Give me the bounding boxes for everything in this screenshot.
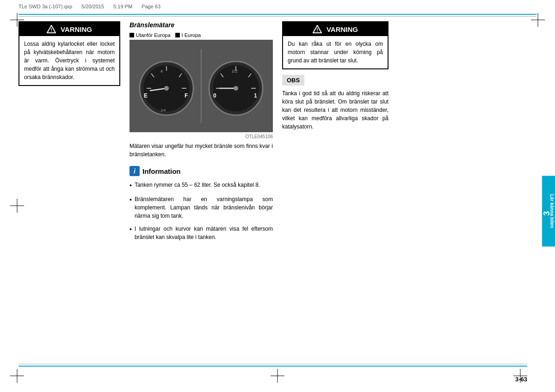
svg-text:!: ! xyxy=(316,27,318,33)
svg-text:4: 4 xyxy=(160,69,163,74)
meter-description: Mätaren visar ungefär hur mycket bränsle… xyxy=(130,142,273,159)
reg-mark-top-left xyxy=(10,13,24,27)
reg-mark-left-mid xyxy=(10,199,24,213)
gauge-label-inside: I Europa xyxy=(175,32,201,38)
obs-label: OBS xyxy=(282,75,304,86)
info-title: Information xyxy=(142,167,181,175)
svg-point-32 xyxy=(234,86,238,91)
right-column: ! VARNING Du kan råka ut för en olycka o… xyxy=(282,21,388,368)
file-page: Page 63 xyxy=(142,4,160,9)
page-number: 3-63 xyxy=(515,376,527,383)
info-item-2: Bränslemätaren har en varningslampa som … xyxy=(130,195,273,220)
svg-text:1/2: 1/2 xyxy=(232,69,238,74)
warning-header-right: ! VARNING xyxy=(283,22,388,36)
gauge-label-outside: Utanför Europa xyxy=(130,32,171,38)
reg-mark-bottom-left xyxy=(10,369,24,383)
warning-body-right: Du kan råka ut för en olycka om motorn s… xyxy=(283,36,388,68)
page-header: TLe SWD 3a (-107).qxp 5/20/2015 5:19 PM … xyxy=(0,0,555,13)
file-info: TLe SWD 3a (-107).qxp xyxy=(18,4,72,9)
info-item-3: I lutningar och kurvor kan mätaren visa … xyxy=(130,225,273,241)
top-accent-line xyxy=(18,14,536,15)
warning-triangle-icon: ! xyxy=(47,25,56,33)
reg-mark-bottom-center xyxy=(271,369,284,383)
svg-text:F: F xyxy=(185,92,188,99)
info-list: Tanken rymmer ca 55 – 62 liter. Se också… xyxy=(130,181,273,241)
warning-header-left: ! VARNING xyxy=(19,22,119,36)
gauge-inside-europe: 0 1 1/2 xyxy=(203,47,269,125)
image-code: OTLE045106 xyxy=(130,134,273,139)
svg-text:1: 1 xyxy=(254,92,257,99)
information-section: i Information Tanken rymmer ca 55 – 62 l… xyxy=(130,166,273,241)
side-tab: 3 Lär känna bilen xyxy=(542,176,555,246)
info-icon: i xyxy=(130,166,140,176)
side-tab-text: Lär känna bilen xyxy=(549,194,555,228)
file-date: 5/20/2015 xyxy=(81,4,104,9)
section-title: Bränslemätare xyxy=(130,21,273,29)
bottom-thin-line xyxy=(18,364,527,364)
warning-box-left: ! VARNING Lossa aldrig kylarlocket eller… xyxy=(18,21,120,86)
obs-text: Tanka i god tid så att du aldrig riskera… xyxy=(282,89,388,131)
file-time: 5:19 PM xyxy=(113,4,132,9)
gauge-label-square-outside xyxy=(130,33,134,37)
gauge-labels: Utanför Europa I Europa xyxy=(130,32,273,38)
svg-text:0: 0 xyxy=(213,92,216,99)
info-item-1: Tanken rymmer ca 55 – 62 liter. Se också… xyxy=(130,181,273,190)
svg-text:E: E xyxy=(144,92,148,99)
svg-text:!: ! xyxy=(50,27,52,33)
svg-point-19 xyxy=(164,86,169,91)
svg-text:1/4: 1/4 xyxy=(160,108,166,112)
warning-body-left: Lossa aldrig kylarlocket eller locket på… xyxy=(19,36,119,85)
reg-mark-top-right xyxy=(531,13,545,27)
left-column: ! VARNING Lossa aldrig kylarlocket eller… xyxy=(18,21,120,368)
gauge-label-square-inside xyxy=(175,33,180,37)
content-area: ! VARNING Lossa aldrig kylarlocket eller… xyxy=(0,17,555,368)
gauges-image: E F 4 1/4 xyxy=(130,40,273,132)
gauge-separator xyxy=(201,49,202,123)
bottom-accent-line xyxy=(18,366,527,367)
warning-box-right: ! VARNING Du kan råka ut för en olycka o… xyxy=(282,21,388,69)
info-header: i Information xyxy=(130,166,273,176)
warning-label-right: VARNING xyxy=(327,25,358,33)
warning-triangle-icon-right: ! xyxy=(313,25,322,33)
warning-label-left: VARNING xyxy=(61,25,92,33)
gauge-outside-europe: E F 4 1/4 xyxy=(133,47,200,125)
obs-section: OBS Tanka i god tid så att du aldrig ris… xyxy=(282,75,388,131)
middle-column: Bränslemätare Utanför Europa I Europa xyxy=(130,21,273,368)
